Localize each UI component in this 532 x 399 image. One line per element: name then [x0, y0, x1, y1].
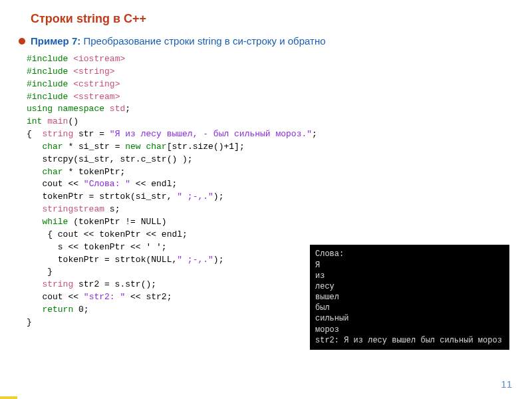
code-token: s; — [110, 204, 120, 214]
code-token: int — [27, 116, 47, 126]
code-token: main — [47, 116, 68, 126]
code-token: <string> — [73, 66, 114, 76]
code-token: " ;-,." — [177, 192, 213, 201]
example-text: Преобразование строки string в си-строку… — [80, 35, 325, 47]
code-token — [27, 217, 42, 227]
code-token: () — [68, 116, 78, 126]
code-token: ); — [213, 192, 224, 201]
code-token — [27, 279, 42, 289]
code-token: using namespace — [27, 104, 110, 114]
code-token: << str2; — [125, 292, 172, 302]
bullet-icon — [19, 38, 25, 45]
code-token — [27, 204, 42, 214]
code-token: #include — [27, 92, 73, 102]
console-output: Слова: Я из лесу вышел был сильный мороз… — [310, 245, 509, 350]
code-token: " ;-,." — [177, 255, 213, 265]
code-token: s << tokenPtr << ' '; — [27, 242, 167, 252]
code-token: (tokenPtr != NULL) — [73, 217, 166, 227]
slide: Строки string в С++ Пример 7: Преобразов… — [0, 0, 532, 399]
slide-title: Строки string в С++ — [31, 12, 513, 26]
code-token: * tokenPtr; — [68, 167, 125, 177]
code-token: tokenPtr = strtok(NULL, — [27, 255, 177, 265]
code-token: * si_str = — [68, 142, 125, 152]
decorative-bar — [0, 396, 17, 399]
page-number: 11 — [501, 378, 512, 390]
code-token: str2 = s.str(); — [78, 279, 156, 289]
code-token: "Слова: " — [84, 179, 130, 189]
code-token: #include — [27, 66, 73, 76]
code-token: strcpy(si_str, str.c_str() ); — [27, 154, 193, 164]
code-token: { cout << tokenPtr << endl; — [27, 229, 188, 239]
code-token — [27, 167, 42, 177]
code-token: std — [110, 104, 125, 114]
code-token: cout << — [27, 179, 84, 189]
code-token: } — [27, 317, 32, 327]
code-token — [27, 142, 42, 152]
subtitle: Пример 7: Преобразование строки string в… — [31, 35, 326, 47]
code-token: <sstream> — [73, 92, 120, 102]
code-token: "str2: " — [84, 292, 125, 302]
code-token: [str.size()+1]; — [167, 142, 245, 152]
code-token: { — [27, 129, 42, 139]
code-token: ; — [312, 129, 317, 139]
code-token: string — [42, 279, 78, 289]
code-token: str = — [78, 129, 110, 139]
code-token: 0; — [78, 305, 89, 315]
code-token: char — [42, 142, 68, 152]
code-token: "Я из лесу вышел, - был сильный мороз." — [110, 129, 312, 139]
code-token: char — [146, 142, 166, 152]
code-token: while — [42, 217, 73, 227]
code-token — [27, 305, 42, 315]
code-token: return — [42, 305, 78, 315]
code-token: char — [42, 167, 68, 177]
code-token: } — [27, 267, 53, 277]
code-token: <cstring> — [73, 79, 120, 89]
code-token: << endl; — [130, 179, 177, 189]
code-token: tokenPtr = strtok(si_str, — [27, 192, 177, 201]
code-token: #include — [27, 54, 73, 64]
code-token: <iostream> — [73, 54, 125, 64]
subtitle-row: Пример 7: Преобразование строки string в… — [19, 35, 513, 47]
code-token: cout << — [27, 292, 84, 302]
example-label: Пример 7: — [31, 35, 80, 47]
code-token: ); — [213, 255, 224, 265]
code-token: #include — [27, 79, 73, 89]
code-token: stringstream — [42, 204, 109, 214]
code-token: new — [125, 142, 146, 152]
code-token: ; — [125, 104, 130, 114]
code-token: string — [42, 129, 78, 139]
